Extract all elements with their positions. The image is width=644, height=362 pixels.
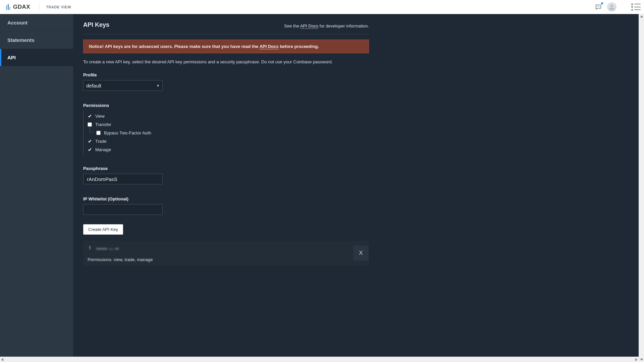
permission-label: View [95, 114, 105, 119]
app-header: GDAX TRADE VIEW [0, 0, 644, 14]
api-key-masked-label: •••••• — •• [96, 246, 119, 251]
permission-label: Transfer [95, 122, 111, 127]
api-key-permissions: Permissions: view, trade, manage [88, 257, 365, 262]
permission-trade[interactable]: Trade [88, 137, 369, 145]
vertical-scrollbar[interactable] [639, 14, 644, 362]
description-text: To create a new API key, select the desi… [83, 59, 369, 64]
header-left: GDAX TRADE VIEW [6, 3, 71, 11]
logo-bars-icon [6, 4, 10, 10]
notice-api-docs-link[interactable]: API Docs [259, 44, 278, 49]
horizontal-scrollbar[interactable] [0, 357, 639, 362]
svg-point-1 [598, 6, 599, 7]
create-api-key-button[interactable]: Create API Key [83, 224, 123, 235]
main-area: Account Statements API API Keys See the … [0, 14, 639, 362]
profile-field: Profile default ▼ [83, 72, 369, 91]
sidebar-item-account[interactable]: Account [0, 14, 73, 32]
header-divider [39, 3, 39, 11]
avatar-icon[interactable] [607, 2, 616, 12]
permission-view-checkbox[interactable] [88, 114, 92, 118]
notice-banner: Notice! API keys are for advanced users.… [83, 40, 369, 53]
scroll-up-icon [640, 15, 643, 17]
permission-view[interactable]: View [88, 112, 369, 120]
sidebar-item-label: Statements [7, 37, 35, 43]
scroll-left-icon [1, 358, 3, 361]
permission-bypass-2fa-checkbox[interactable] [96, 131, 101, 135]
header-right [594, 2, 641, 12]
whitelist-label: IP Whitelist (Optional) [83, 196, 369, 201]
page-title: API Keys [83, 21, 109, 28]
whitelist-input[interactable] [83, 204, 163, 215]
sidebar-item-label: Account [7, 20, 28, 25]
api-key-card: •••••• — •• Permissions: view, trade, ma… [83, 241, 369, 266]
permissions-field: Permissions View Transfer [83, 103, 369, 155]
permission-manage[interactable]: Manage [88, 145, 369, 154]
sidebar-item-api[interactable]: API [0, 49, 73, 66]
passphrase-field: Passphrase [83, 166, 369, 184]
whitelist-field: IP Whitelist (Optional) [83, 196, 369, 215]
scroll-down-icon [640, 359, 643, 361]
svg-point-0 [597, 6, 598, 7]
menu-icon[interactable] [631, 3, 641, 11]
permissions-list: View Transfer Bypass Two-Factor Auth [83, 111, 369, 155]
svg-point-4 [89, 246, 91, 248]
panel-header: API Keys See the API Docs for developer … [83, 21, 369, 34]
key-icon [88, 244, 92, 253]
messages-icon[interactable] [594, 3, 602, 11]
permissions-label: Permissions [83, 103, 369, 108]
svg-point-2 [599, 6, 600, 7]
chevron-down-icon: ▼ [156, 84, 160, 87]
sidebar-item-statements[interactable]: Statements [0, 32, 73, 49]
sidebar: Account Statements API [0, 14, 73, 357]
permission-label: Manage [95, 147, 111, 152]
profile-selected-value: default [86, 83, 101, 88]
logo[interactable]: GDAX [6, 4, 30, 10]
main-panel: API Keys See the API Docs for developer … [73, 14, 639, 357]
permission-trade-checkbox[interactable] [88, 139, 92, 143]
permission-label: Bypass Two-Factor Auth [104, 130, 151, 135]
notification-dot-icon [600, 2, 604, 5]
logo-text: GDAX [13, 4, 30, 10]
svg-point-3 [610, 4, 613, 7]
scroll-right-icon [635, 358, 637, 361]
main-body: Account Statements API API Keys See the … [0, 14, 639, 357]
api-docs-hint: See the API Docs for developer informati… [284, 23, 369, 28]
sidebar-item-label: API [7, 55, 16, 60]
trade-view-link[interactable]: TRADE VIEW [46, 5, 71, 9]
profile-select[interactable]: default ▼ [83, 80, 163, 91]
profile-label: Profile [83, 72, 369, 77]
content-wrapper: Account Statements API API Keys See the … [0, 14, 644, 362]
close-icon: X [359, 250, 363, 256]
passphrase-input[interactable] [83, 174, 163, 184]
permission-transfer[interactable]: Transfer [88, 120, 369, 129]
passphrase-label: Passphrase [83, 166, 369, 171]
api-docs-link[interactable]: API Docs [300, 23, 318, 29]
delete-api-key-button[interactable]: X [353, 246, 369, 260]
permission-label: Trade [95, 139, 106, 144]
permission-bypass-2fa[interactable]: Bypass Two-Factor Auth [91, 129, 369, 137]
permission-manage-checkbox[interactable] [88, 147, 92, 152]
